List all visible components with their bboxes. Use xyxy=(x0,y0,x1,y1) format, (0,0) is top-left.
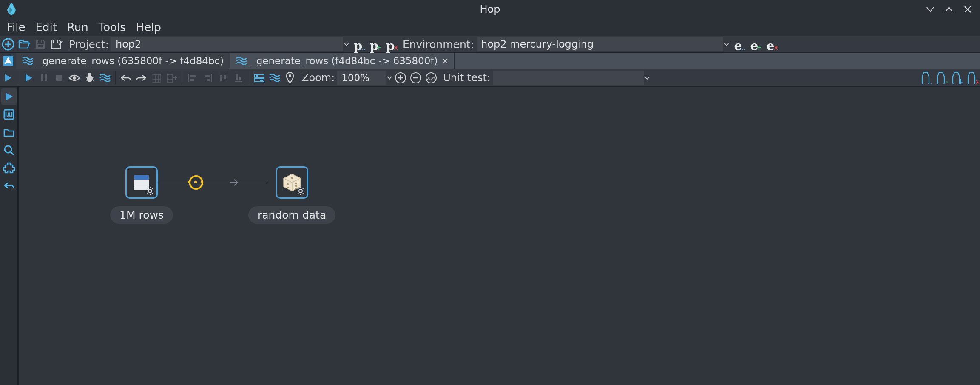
distribute-v-button[interactable] xyxy=(267,70,282,86)
save-as-button[interactable] xyxy=(48,36,65,52)
pause-button xyxy=(36,70,51,86)
left-rail xyxy=(0,87,18,385)
rail-explorer-button[interactable] xyxy=(1,124,17,140)
snap-grid-button[interactable] xyxy=(149,70,164,86)
snap-grid-plus-button[interactable] xyxy=(164,70,179,86)
project-select[interactable]: hop2 xyxy=(111,37,343,51)
rail-metadata-button[interactable] xyxy=(1,106,17,123)
maximize-button[interactable] xyxy=(944,5,954,14)
rail-search-button[interactable] xyxy=(1,142,17,158)
svg-point-37 xyxy=(5,146,11,153)
save-button[interactable] xyxy=(32,36,48,52)
svg-point-46 xyxy=(287,187,288,188)
menu-tools[interactable]: Tools xyxy=(94,20,130,34)
test-edit-button[interactable]: … xyxy=(919,70,934,86)
svg-point-50 xyxy=(291,177,293,179)
stop-button xyxy=(51,70,67,86)
align-bottom-button[interactable] xyxy=(231,70,246,86)
undo-button[interactable] xyxy=(118,70,134,86)
align-top-button[interactable] xyxy=(216,70,231,86)
hop-arrow-icon xyxy=(229,179,239,186)
svg-rect-20 xyxy=(224,75,226,79)
svg-text:x: x xyxy=(976,78,978,84)
svg-rect-12 xyxy=(188,74,189,82)
rail-undo-button[interactable] xyxy=(1,178,17,194)
zoom-out-button[interactable] xyxy=(408,70,423,86)
zoom-label: Zoom: xyxy=(302,72,335,84)
tab-close-icon[interactable]: ✕ xyxy=(442,57,448,66)
menu-run[interactable]: Run xyxy=(63,20,93,34)
menu-help[interactable]: Help xyxy=(132,20,165,34)
svg-point-45 xyxy=(287,183,288,185)
svg-rect-38 xyxy=(134,175,149,180)
zoom-100-button[interactable]: 100% xyxy=(423,70,439,86)
environment-edit-button[interactable]: e… xyxy=(730,36,746,52)
project-dropdown-icon[interactable] xyxy=(343,42,350,46)
test-delete-button[interactable]: x xyxy=(965,70,980,86)
svg-text:…: … xyxy=(930,78,932,84)
zoom-value[interactable]: 100% xyxy=(337,71,386,85)
canvas[interactable]: ••• 1M rows xyxy=(18,87,980,385)
svg-rect-39 xyxy=(134,180,149,185)
open-button[interactable] xyxy=(16,36,32,52)
new-button[interactable] xyxy=(0,36,16,52)
test-add-button[interactable]: + xyxy=(934,70,949,86)
file-tab-1-label: _generate_rows (635800f -> f4d84bc) xyxy=(37,55,224,66)
project-delete-button[interactable]: px xyxy=(382,36,398,52)
project-add-button[interactable]: p+ xyxy=(366,36,382,52)
zoom-in-button[interactable] xyxy=(393,70,408,86)
pipeline-button[interactable] xyxy=(97,70,113,86)
file-tab-1[interactable]: _generate_rows (635800f -> f4d84bc) xyxy=(16,53,230,69)
align-left-button[interactable] xyxy=(185,70,200,86)
location-button[interactable] xyxy=(282,70,298,86)
environment-select[interactable]: hop2 mercury-logging xyxy=(477,37,723,51)
window-controls xyxy=(926,5,972,14)
environment-value: hop2 mercury-logging xyxy=(481,38,594,50)
unit-test-dropdown-icon[interactable] xyxy=(644,76,650,80)
environment-dropdown-icon[interactable] xyxy=(723,42,730,46)
svg-rect-3 xyxy=(37,45,43,48)
minimize-button[interactable] xyxy=(926,5,935,14)
file-tab-2[interactable]: _generate_rows (f4d84bc -> 635800f) ✕ xyxy=(230,53,454,69)
app-icon xyxy=(5,3,18,16)
generate-rows-icon xyxy=(125,166,158,199)
zoom-dropdown-icon[interactable] xyxy=(386,76,393,80)
file-tabs: _generate_rows (635800f -> f4d84bc) _gen… xyxy=(0,53,980,69)
distribute-h-button[interactable] xyxy=(252,70,267,86)
close-button[interactable] xyxy=(963,5,972,14)
menu-edit[interactable]: Edit xyxy=(31,20,61,34)
node-1m-rows[interactable]: 1M rows xyxy=(110,166,173,224)
window-title: Hop xyxy=(0,3,980,15)
svg-rect-22 xyxy=(236,74,238,80)
node-random-data[interactable]: random data xyxy=(248,166,335,224)
svg-point-42 xyxy=(148,189,152,193)
preview-button[interactable] xyxy=(67,70,82,86)
pipeline-icon xyxy=(22,56,33,66)
project-toolbar: Project: hop2 p… p+ px Environment: hop2… xyxy=(0,36,980,53)
project-edit-button[interactable]: p… xyxy=(350,36,366,52)
hop-badge-icon[interactable]: ••• xyxy=(189,175,203,190)
svg-rect-7 xyxy=(45,74,47,81)
project-label: Project: xyxy=(69,38,109,51)
svg-rect-18 xyxy=(219,74,227,74)
redo-button[interactable] xyxy=(134,70,149,86)
unit-test-select[interactable] xyxy=(493,71,644,85)
project-value: hop2 xyxy=(116,38,141,50)
rail-run-button[interactable] xyxy=(1,88,17,105)
align-right-button[interactable] xyxy=(200,70,216,86)
run-button[interactable] xyxy=(21,70,36,86)
run-main-button[interactable] xyxy=(0,70,15,86)
environment-delete-button[interactable]: ex xyxy=(762,36,778,52)
debug-button[interactable] xyxy=(82,70,97,86)
svg-point-28 xyxy=(289,74,291,77)
test-download-button[interactable] xyxy=(949,70,965,86)
navigate-tab[interactable] xyxy=(0,53,16,69)
file-tab-2-label: _generate_rows (f4d84bc -> 635800f) xyxy=(251,55,437,66)
rail-plugins-button[interactable] xyxy=(1,160,17,176)
environment-add-button[interactable]: e+ xyxy=(746,36,762,52)
svg-point-9 xyxy=(73,76,76,80)
menu-file[interactable]: File xyxy=(3,20,30,34)
pipeline-icon xyxy=(236,56,247,66)
svg-rect-13 xyxy=(190,75,196,77)
node-2-label: random data xyxy=(248,206,335,224)
